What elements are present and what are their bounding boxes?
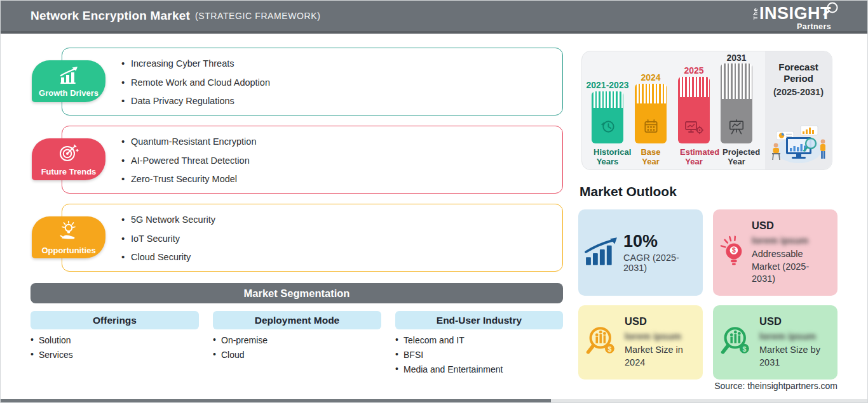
list-item: Data Privacy Regulations (121, 96, 562, 106)
segment-column-enduser: End-User Industry Telecom and IT BFSI Me… (395, 311, 563, 379)
usd-heading: USD (752, 220, 830, 232)
logo-partners-text: Partners (759, 22, 831, 31)
list-item: Increasing Cyber Threats (121, 58, 562, 69)
badge-label: Growth Drivers (39, 88, 98, 98)
timeline-bar-label: Projected Year (722, 148, 750, 166)
target-dart-icon (58, 143, 79, 166)
market-outlook-title: Market Outlook (580, 184, 677, 199)
list-item: IoT Security (121, 234, 562, 244)
header-bar: Network Encryption Market (STRATEGIC FRA… (0, 0, 868, 34)
bar-body (721, 99, 752, 143)
timeline-bar-label: Base Year (637, 148, 665, 166)
future-trends-list: Quantum-Resistant Encryption AI-Powered … (121, 136, 562, 184)
bar-body (678, 97, 710, 143)
page-title: Network Encryption Market (31, 9, 190, 23)
badge-label: Opportunities (41, 246, 95, 255)
segment-items: On-premise Cloud (213, 335, 381, 360)
growth-bars-icon (57, 65, 81, 87)
card-label: Market Size by 2031 (759, 344, 830, 369)
bar-body (635, 103, 667, 143)
bulb-hand-icon (58, 220, 79, 244)
card-label: Market Size in 2024 (625, 344, 695, 369)
magnifier-chart-orange-icon: $ (585, 324, 619, 361)
segment-header: End-User Industry (395, 311, 563, 329)
svg-text:$: $ (742, 345, 746, 352)
addressable-market-card: $ USD lorem ipsum Addressable Market (20… (713, 209, 837, 296)
cagr-value: 10% (623, 232, 695, 251)
timeline-bar-label: Historical Years (593, 148, 621, 166)
timeline-bar-estimated (678, 77, 710, 143)
list-item: On-premise (213, 335, 381, 345)
timeline-panel: 2021-2023 2024 2025 2031 (581, 51, 832, 170)
list-item: BFSI (395, 350, 563, 360)
timeline-bar-label: Estimated Year (680, 148, 708, 166)
segmentation-title: Market Segmentation (244, 287, 350, 300)
segment-column-deployment: Deployment Mode On-premise Cloud (213, 311, 381, 364)
source-attribution: Source: theinsightpartners.com (580, 381, 837, 391)
redacted-value: lorem ipsum (752, 235, 830, 246)
magnifier-chart-green-icon: $ (719, 324, 754, 361)
segment-header: Offerings (31, 311, 199, 329)
bar-stripes (721, 63, 752, 99)
analytics-illustration (769, 124, 829, 166)
segment-column-offerings: Offerings Solution Services (31, 311, 199, 364)
chart-gear-icon (684, 119, 703, 138)
market-size-2024-card: $ USD lorem ipsum Market Size in 2024 (578, 305, 703, 380)
cagr-card: 10% CAGR (2025-2031) (578, 209, 703, 296)
list-item: 5G Network Security (121, 215, 562, 225)
list-item: Services (31, 350, 199, 360)
growth-drivers-list: Increasing Cyber Threats Remote Work and… (121, 58, 562, 106)
market-segmentation-bar: Market Segmentation (31, 283, 563, 303)
bar-body (592, 108, 623, 143)
list-item: AI-Powered Threat Detection (121, 155, 562, 166)
opportunities-list: 5G Network Security IoT Security Cloud S… (121, 215, 562, 262)
svg-text:$: $ (607, 345, 611, 352)
calendar-icon (642, 118, 660, 138)
opportunities-box: 5G Network Security IoT Security Cloud S… (62, 204, 563, 272)
bottom-accent-bar (0, 399, 551, 403)
card-label: Addressable Market (2025-2031) (752, 248, 830, 286)
magnifier-icon (821, 1, 840, 23)
growth-drivers-badge: Growth Drivers (32, 60, 105, 102)
list-item: Cloud (213, 350, 381, 360)
segment-items: Solution Services (31, 335, 199, 360)
insight-partners-logo: The INSIGHT Partners (752, 5, 831, 31)
list-item: Media and Entertainment (395, 364, 563, 374)
list-item: Cloud Security (121, 252, 562, 262)
cagr-label: CAGR (2025-2031) (623, 253, 695, 273)
bulb-dollar-icon: $ (719, 234, 746, 271)
cagr-growth-icon (585, 237, 618, 268)
presentation-board-icon (728, 118, 745, 138)
bar-stripes (678, 77, 710, 97)
list-item: Telecom and IT (395, 335, 563, 345)
page-subtitle: (STRATEGIC FRAMEWORK) (195, 11, 320, 21)
timeline-bar-historical (592, 91, 623, 143)
future-trends-box: Quantum-Resistant Encryption AI-Powered … (62, 126, 563, 194)
growth-drivers-box: Increasing Cyber Threats Remote Work and… (62, 48, 563, 116)
history-clock-icon (599, 118, 616, 138)
bar-stripes (635, 84, 667, 103)
timeline-year: 2025 (668, 65, 719, 76)
badge-label: Future Trends (41, 167, 97, 176)
list-item: Quantum-Resistant Encryption (121, 136, 562, 147)
opportunities-badge: Opportunities (32, 216, 105, 258)
list-item: Solution (31, 335, 199, 345)
list-item: Remote Work and Cloud Adoption (121, 77, 562, 88)
list-item: Zero-Trust Security Model (121, 174, 562, 184)
usd-heading: USD (759, 315, 830, 327)
timeline-bar-projected (721, 63, 752, 143)
segment-items: Telecom and IT BFSI Media and Entertainm… (395, 335, 563, 374)
svg-text:$: $ (732, 246, 736, 254)
future-trends-badge: Future Trends (32, 138, 105, 180)
redacted-value: lorem ipsum (759, 331, 830, 341)
timeline-year: 2031 (711, 53, 762, 63)
forecast-range: (2025-2031) (765, 87, 832, 97)
redacted-value: lorem ipsum (625, 331, 695, 341)
logo-the-text: The (752, 8, 759, 20)
bottom-accent-bar-light (551, 399, 868, 403)
forecast-label: Forecast Period (765, 62, 832, 84)
usd-heading: USD (625, 315, 695, 327)
forecast-period-panel: Forecast Period (2025-2031) (765, 51, 832, 169)
segment-header: Deployment Mode (213, 311, 381, 329)
timeline-bar-base (635, 84, 667, 143)
